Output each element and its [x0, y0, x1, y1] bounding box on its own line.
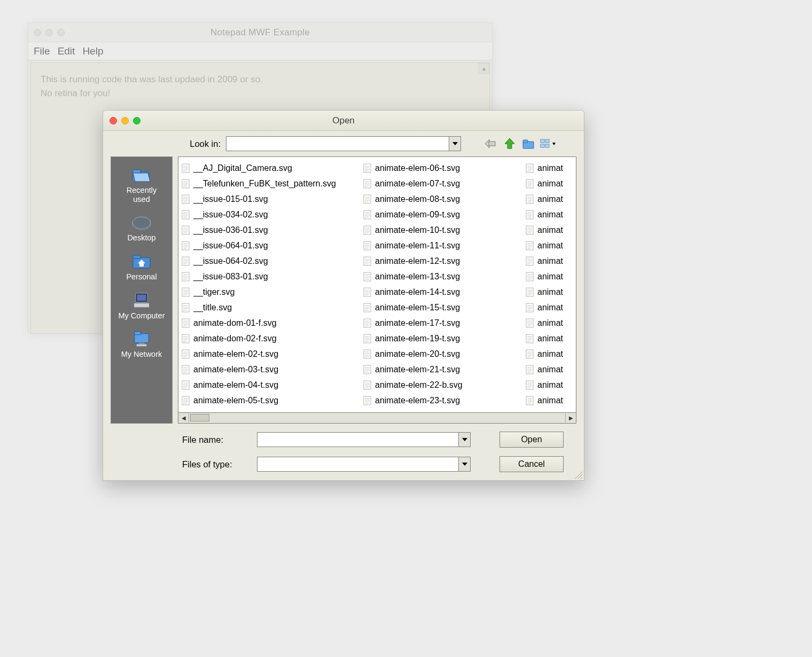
file-item[interactable]: __issue-083-01.svg [178, 269, 353, 284]
look-in-combo[interactable] [226, 136, 461, 151]
place-desktop[interactable]: Desktop [111, 210, 172, 249]
file-item[interactable]: __issue-034-02.svg [178, 207, 353, 222]
file-item[interactable]: animate-elem-21-t.svg [360, 362, 515, 377]
svg-rect-82 [182, 334, 189, 343]
chevron-down-icon[interactable] [458, 433, 470, 447]
svg-line-271 [581, 477, 582, 479]
resize-grip-icon[interactable] [573, 470, 583, 479]
file-icon [182, 318, 190, 328]
scroll-left-icon[interactable]: ◀ [178, 413, 189, 423]
file-item[interactable]: __issue-015-01.svg [178, 191, 353, 207]
file-item[interactable]: animat [522, 207, 576, 222]
file-item[interactable]: animate-elem-12-t.svg [360, 253, 515, 269]
file-item[interactable]: animate-dom-01-f.svg [178, 315, 353, 331]
back-icon[interactable] [482, 136, 498, 151]
open-button[interactable]: Open [499, 432, 564, 448]
svg-rect-147 [364, 288, 371, 296]
file-item[interactable]: animate-elem-15-t.svg [360, 300, 515, 315]
file-icon [526, 163, 534, 173]
up-icon[interactable] [502, 136, 518, 151]
file-icon [526, 194, 534, 204]
file-name: __issue-064-02.svg [193, 256, 268, 266]
svg-rect-132 [364, 241, 371, 250]
file-item[interactable]: animat [522, 222, 576, 238]
file-icon [182, 287, 190, 297]
svg-rect-26 [137, 345, 147, 347]
file-icon [526, 287, 534, 297]
file-item[interactable]: animat [522, 393, 576, 408]
horizontal-scrollbar[interactable]: ◀ ▶ [178, 413, 576, 424]
file-item[interactable]: __tiger.svg [178, 284, 353, 300]
file-item[interactable]: __issue-064-02.svg [178, 253, 353, 269]
file-item[interactable]: animate-elem-07-t.svg [360, 176, 515, 191]
file-item[interactable]: animate-elem-20-t.svg [360, 346, 515, 362]
scroll-right-icon[interactable]: ▶ [565, 413, 576, 423]
file-item[interactable]: animat [522, 238, 576, 253]
file-item[interactable]: animat [522, 284, 576, 300]
file-item[interactable]: animate-elem-03-t.svg [178, 362, 353, 377]
menu-file[interactable]: File [34, 45, 50, 57]
file-name: animate-elem-17-t.svg [375, 318, 460, 328]
file-item[interactable]: __Telefunken_FuBK_test_pattern.svg [178, 176, 353, 191]
file-name: animate-elem-15-t.svg [375, 303, 460, 312]
file-item[interactable]: __issue-064-01.svg [178, 238, 353, 253]
chevron-down-icon[interactable] [449, 137, 460, 151]
file-item[interactable]: __title.svg [178, 300, 353, 315]
file-name: animat [537, 380, 563, 390]
file-item[interactable]: animat [522, 176, 576, 191]
new-folder-icon[interactable] [521, 136, 537, 151]
svg-rect-192 [526, 179, 533, 188]
file-item[interactable]: animate-elem-04-t.svg [178, 377, 353, 393]
file-item[interactable]: animate-elem-14-t.svg [360, 284, 515, 300]
file-item[interactable]: animate-elem-10-t.svg [360, 222, 515, 238]
svg-rect-187 [526, 164, 533, 173]
file-list[interactable]: __AJ_Digital_Camera.svg__Telefunken_FuBK… [178, 157, 576, 413]
scrollbar-thumb[interactable] [190, 414, 209, 421]
file-item[interactable]: animate-elem-06-t.svg [360, 160, 515, 176]
file-icon [363, 194, 372, 204]
svg-rect-142 [364, 272, 371, 281]
menu-help[interactable]: Help [82, 45, 103, 57]
file-item[interactable]: animate-elem-19-t.svg [360, 331, 515, 346]
scroll-up-icon[interactable]: ▲ [479, 63, 489, 74]
file-item[interactable]: animate-elem-11-t.svg [360, 238, 515, 253]
file-item[interactable]: animat [522, 315, 576, 331]
file-item[interactable]: animat [522, 160, 576, 176]
file-item[interactable]: animate-elem-09-t.svg [360, 207, 515, 222]
cancel-button[interactable]: Cancel [499, 456, 564, 472]
file-item[interactable]: animate-elem-22-b.svg [360, 377, 515, 393]
file-item[interactable]: animate-elem-13-t.svg [360, 269, 515, 284]
file-item[interactable]: animat [522, 377, 576, 393]
file-item[interactable]: __issue-036-01.svg [178, 222, 353, 238]
file-type-select[interactable] [257, 457, 471, 472]
svg-rect-87 [182, 350, 189, 358]
file-item[interactable]: animate-elem-05-t.svg [178, 393, 353, 408]
svg-rect-112 [364, 179, 371, 188]
place-recently-used[interactable]: Recently used [111, 162, 172, 210]
svg-rect-2 [489, 142, 495, 146]
place-label: Desktop [127, 233, 155, 243]
file-item[interactable]: animat [522, 300, 576, 315]
svg-rect-212 [526, 241, 533, 250]
svg-rect-237 [526, 319, 533, 327]
file-item[interactable]: animat [522, 269, 576, 284]
file-item[interactable]: animate-elem-23-t.svg [360, 393, 515, 408]
file-item[interactable]: animate-elem-02-t.svg [178, 346, 353, 362]
file-item[interactable]: animate-elem-08-t.svg [360, 191, 515, 207]
file-item[interactable]: animat [522, 362, 576, 377]
file-icon [363, 163, 372, 173]
file-item[interactable]: animat [522, 191, 576, 207]
file-item[interactable]: animate-elem-17-t.svg [360, 315, 515, 331]
chevron-down-icon[interactable] [458, 457, 470, 471]
place-my-network[interactable]: My Network [111, 326, 172, 365]
file-item[interactable]: animat [522, 346, 576, 362]
file-item[interactable]: animat [522, 331, 576, 346]
place-my-computer[interactable]: My Computer [111, 288, 172, 327]
place-personal[interactable]: Personal [111, 249, 172, 288]
view-menu-icon[interactable] [540, 136, 556, 151]
file-item[interactable]: animate-dom-02-f.svg [178, 331, 353, 346]
file-item[interactable]: animat [522, 253, 576, 269]
menu-edit[interactable]: Edit [58, 45, 75, 57]
file-item[interactable]: __AJ_Digital_Camera.svg [178, 160, 353, 176]
file-name-input[interactable] [257, 432, 471, 447]
